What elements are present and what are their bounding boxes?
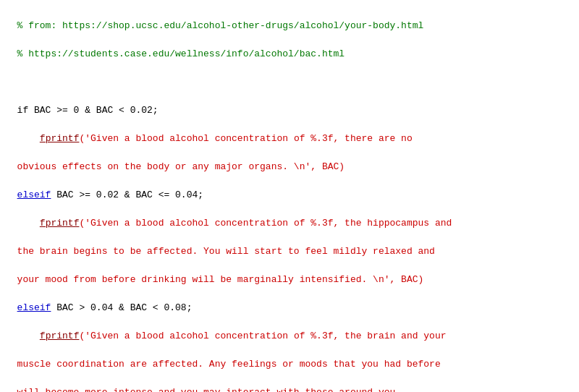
code-line-str3c: will become more intense and you may int… <box>17 387 396 393</box>
comment-line-2: % https://students.case.edu/wellness/inf… <box>17 48 345 59</box>
code-line-elseif1: elseif BAC >= 0.02 & BAC <= 0.04; <box>17 189 203 200</box>
code-line-str2b: the brain begins to be affected. You wil… <box>17 246 435 257</box>
code-line-elseif2: elseif BAC > 0.04 & BAC < 0.08; <box>17 302 193 313</box>
code-line-str2c: your mood from before drinking will be m… <box>17 274 424 285</box>
comment-line-1: % from: https://shop.ucsc.edu/alcohol-ot… <box>17 20 424 31</box>
code-line-str3b: muscle coordination are affected. Any fe… <box>17 359 441 370</box>
code-line-fprintf1: fprintf('Given a blood alcohol concentra… <box>17 133 413 144</box>
code-editor: % from: https://shop.ucsc.edu/alcohol-ot… <box>0 0 579 392</box>
code-line-fprintf2: fprintf('Given a blood alcohol concentra… <box>17 218 452 229</box>
code-line-str1b: obvious effects on the body or any major… <box>17 161 345 172</box>
code-line-if1: if BAC >= 0 & BAC < 0.02; <box>17 105 159 116</box>
code-line-fprintf3: fprintf('Given a blood alcohol concentra… <box>17 331 447 341</box>
